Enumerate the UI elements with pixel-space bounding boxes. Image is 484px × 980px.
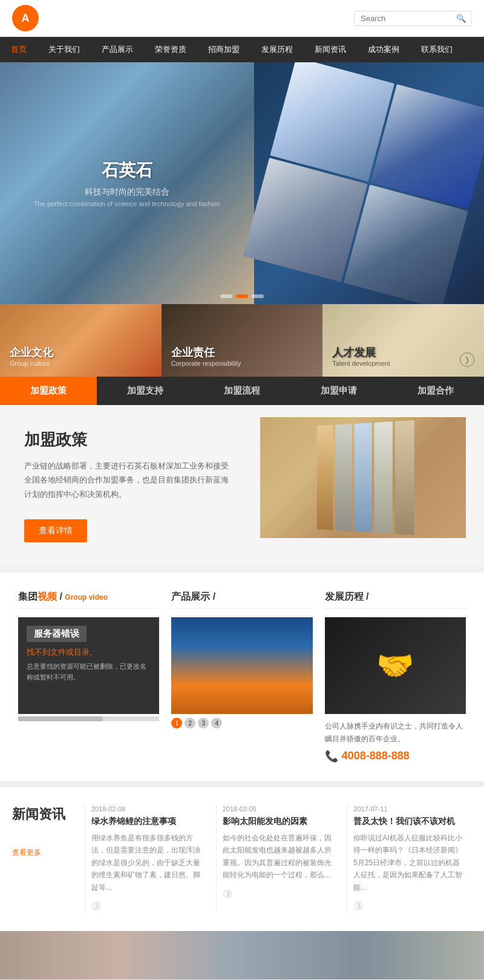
culture-item-2[interactable]: 企业责任 Corporate responsibility — [162, 304, 323, 377]
search-icon: 🔍 — [456, 14, 466, 23]
section-divider-2 — [0, 781, 484, 787]
news-item-2: 2018-02-05 影响太阳能发电的因素 如今的社会化处处在普遍环保，因此太阳… — [216, 805, 341, 913]
history-text: 公司人脉携手业内有识之士，共同打造令人瞩目并骄傲的百年企业。 — [325, 720, 466, 745]
nav-item-history[interactable]: 发展历程 — [250, 37, 304, 62]
culture-en-2: Corporate responsibility — [171, 360, 241, 367]
three-section: 集团视频 / Group video 服务器错误 找不到文件或目录。 总意要找的… — [0, 573, 484, 781]
hero-left: 石英石 科技与时尚的完美结合 The perfect combination o… — [0, 62, 254, 304]
nav-item-contact[interactable]: 联系我们 — [410, 37, 463, 62]
news-arrow-2[interactable]: ③ — [223, 888, 335, 901]
video-title-highlight: 视频 — [38, 591, 57, 602]
product-dot-2[interactable]: 2 — [185, 718, 195, 729]
history-title: 发展历程 / — [325, 591, 466, 609]
tab-join-coop[interactable]: 加盟合作 — [387, 377, 484, 405]
error-overlay: 服务器错误 找不到文件或目录。 总意要找的资源可能已被删除，已更改名称或暂时不可… — [18, 617, 159, 714]
news-date-3: 2017-07-11 — [353, 805, 466, 813]
culture-item-3[interactable]: 人才发展 Talent development 〉 — [322, 304, 484, 377]
error-desc: 总意要找的资源可能已被删除，已更改名称或暂时不可用。 — [27, 661, 151, 683]
strip-2 — [335, 424, 352, 531]
hero-dot-1[interactable] — [220, 294, 232, 298]
product-dots: 1 2 3 4 — [171, 718, 312, 729]
nav-item-home[interactable]: 首页 — [0, 37, 38, 62]
search-box[interactable]: 🔍 — [354, 11, 472, 26]
tabs-content: 加盟政策 产业链的战略部署，主要进行石英石板材深加工业务和接受全国各地经销商的合… — [0, 405, 484, 566]
search-input[interactable] — [355, 11, 451, 25]
hero-dot-3[interactable] — [252, 294, 264, 298]
news-arrow-1[interactable]: ③ — [91, 900, 204, 913]
tabs-content-image — [260, 417, 466, 538]
product-dot-1[interactable]: 1 — [171, 718, 182, 729]
nav-item-products[interactable]: 产品展示 — [91, 37, 144, 62]
news-date-2: 2018-02-05 — [223, 805, 335, 813]
history-phone-number: 4008-888-888 — [342, 750, 410, 762]
section-divider-1 — [0, 566, 484, 573]
error-title: 服务器错误 — [27, 626, 87, 642]
news-content-1: 用绿水养鱼是有很多很多钱的方法，但是需要注意的是，出现浑浊的绿水是很少见的，由于… — [91, 832, 204, 894]
culture-item-1[interactable]: 企业文化 Group culture — [0, 304, 162, 377]
nav-item-news[interactable]: 新闻资讯 — [304, 37, 357, 62]
search-button[interactable]: 🔍 — [451, 11, 471, 25]
nav-item-join[interactable]: 招商加盟 — [197, 37, 250, 62]
news-arrow-3[interactable]: ③ — [353, 900, 466, 913]
video-scrollbar[interactable] — [18, 716, 159, 721]
nav-item-about[interactable]: 关于我们 — [38, 37, 91, 62]
product-dot-3[interactable]: 3 — [198, 718, 209, 729]
history-phone: 📞 4008-888-888 — [325, 750, 466, 763]
handshake-icon: 🤝 — [376, 648, 414, 683]
tabs-header: 加盟政策 加盟支持 加盟流程 加盟申请 加盟合作 — [0, 377, 484, 405]
hero-en: The perfect combination of science and t… — [34, 200, 220, 207]
product-dot-4[interactable]: 4 — [211, 718, 222, 729]
news-title-3: 普及太快！我们该不该对机 — [353, 816, 466, 827]
video-scroll-thumb — [18, 716, 103, 721]
news-item-3: 2017-07-11 普及太快！我们该不该对机 你听说过AI机器人征服比较科比小… — [347, 805, 472, 913]
news-content-2: 如今的社会化处处在普遍环保，因此太阳能发电也越来越被越多人所重视。因为其普遍过程… — [223, 832, 335, 881]
strip-4 — [374, 421, 393, 534]
view-detail-button[interactable]: 查看详情 — [24, 519, 87, 542]
product-city — [171, 617, 312, 714]
products-title: 产品展示 / — [171, 591, 312, 609]
history-image: 🤝 — [325, 617, 466, 714]
culture-title-3: 人才发展 — [332, 345, 376, 360]
hero-banner: 石英石 科技与时尚的完美结合 The perfect combination o… — [0, 62, 484, 304]
culture-title-2: 企业责任 — [171, 345, 215, 360]
news-left: 新闻资讯 查看更多 — [12, 805, 85, 913]
tab-join-support[interactable]: 加盟支持 — [97, 377, 194, 405]
product-image — [171, 617, 312, 714]
news-more-link[interactable]: 查看更多 — [12, 848, 85, 858]
phone-icon: 📞 — [325, 750, 338, 763]
video-col: 集团视频 / Group video 服务器错误 找不到文件或目录。 总意要找的… — [12, 591, 165, 763]
tab-join-process[interactable]: 加盟流程 — [194, 377, 290, 405]
tabs-section: 加盟政策 加盟支持 加盟流程 加盟申请 加盟合作 加盟政策 产业链的战略部署，主… — [0, 377, 484, 566]
nav-item-honor[interactable]: 荣誉资质 — [144, 37, 197, 62]
news-title-1: 绿水养锦鲤的注意事项 — [91, 816, 204, 827]
hero-title: 石英石 — [102, 159, 152, 182]
news-content-3: 你听说过AI机器人征服比较科比小得一样的事吗？《日本经济新闻》5月25日经津市，… — [353, 832, 466, 894]
strip-container — [317, 420, 414, 535]
news-items: 2018-02-08 绿水养锦鲤的注意事项 用绿水养鱼是有很多很多钱的方法，但是… — [85, 805, 472, 913]
tab-join-apply[interactable]: 加盟申请 — [290, 377, 387, 405]
logo-text: A — [22, 12, 30, 25]
culture-en-1: Group culture — [10, 360, 50, 367]
video-title: 集团视频 / Group video — [18, 591, 159, 609]
hero-dot-2[interactable] — [236, 294, 248, 298]
hero-dots — [220, 294, 264, 298]
news-item-1: 2018-02-08 绿水养锦鲤的注意事项 用绿水养鱼是有很多很多钱的方法，但是… — [85, 805, 210, 913]
news-date-1: 2018-02-08 — [91, 805, 204, 813]
culture-section: 企业文化 Group culture 企业责任 Corporate respon… — [0, 304, 484, 377]
news-bg-images — [0, 931, 484, 979]
tab-join-policy[interactable]: 加盟政策 — [0, 377, 97, 405]
culture-arrow[interactable]: 〉 — [460, 352, 474, 367]
video-box[interactable]: 服务器错误 找不到文件或目录。 总意要找的资源可能已被删除，已更改名称或暂时不可… — [18, 617, 159, 714]
news-section: 新闻资讯 查看更多 2018-02-08 绿水养锦鲤的注意事项 用绿水养鱼是有很… — [0, 787, 484, 931]
news-title-2: 影响太阳能发电的因素 — [223, 816, 335, 827]
hero-subtitle: 科技与时尚的完美结合 — [85, 187, 169, 198]
culture-en-3: Talent development — [332, 360, 390, 367]
tabs-content-text: 产业链的战略部署，主要进行石英石板材深加工业务和接受全国各地经销商的合作加盟事务… — [24, 459, 230, 501]
nav-item-cases[interactable]: 成功案例 — [357, 37, 410, 62]
logo[interactable]: A — [12, 5, 39, 31]
video-en: Group video — [65, 593, 108, 602]
hero-stone-grid — [243, 62, 484, 304]
strip-1 — [317, 425, 333, 530]
culture-title-1: 企业文化 — [10, 345, 53, 360]
main-nav: 首页 关于我们 产品展示 荣誉资质 招商加盟 发展历程 新闻资讯 成功案例 联系… — [0, 37, 484, 62]
